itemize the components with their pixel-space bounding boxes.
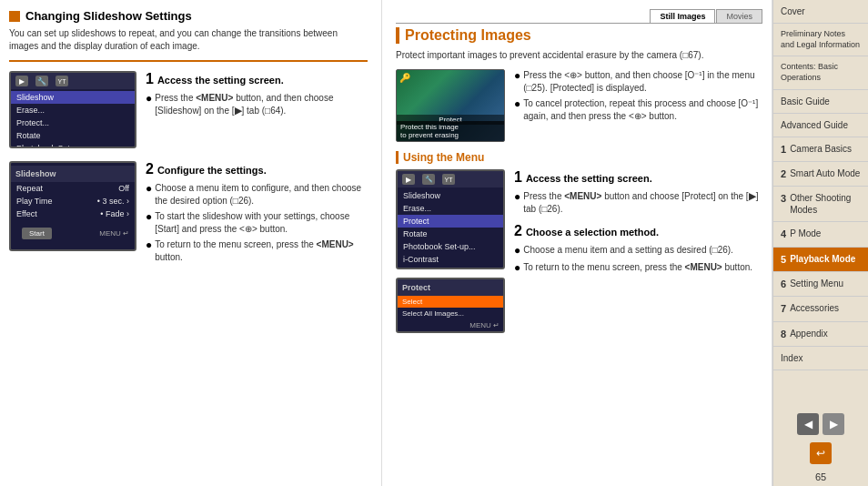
nav-home-button[interactable]: ↩ [810, 442, 832, 464]
protect-screen-1: ▶ 🔧 YT Slideshow Erase... Protect Rotate… [396, 169, 505, 269]
sidebar-item-playback[interactable]: 5 Playback Mode [773, 248, 868, 272]
repeat-label: Repeat [16, 184, 43, 193]
sidebar-advanced-guide-label: Advanced Guide [781, 120, 848, 130]
left-section: Changing Slideshow Settings You can set … [0, 0, 382, 486]
protect-desc-text: Protect important images to prevent acci… [396, 50, 703, 60]
protect-main-section: 🔑 Protect Protect this imageto prevent e… [396, 69, 762, 142]
using-menu-section: ▶ 🔧 YT Slideshow Erase... Protect Rotate… [396, 169, 762, 333]
sidebar-item-advanced-guide[interactable]: Advanced Guide [773, 114, 868, 137]
protect-bullets: ● Press the <⊕> button, and then choose … [514, 69, 762, 142]
sidebar-item-prelim[interactable]: Preliminary Notes and Legal Information [773, 24, 868, 56]
key-icon: 🔑 [399, 73, 410, 83]
sidebar-item-basic-guide[interactable]: Basic Guide [773, 90, 868, 114]
bullet-dot: ● [146, 91, 152, 117]
sidebar-setting-menu-label: Setting Menu [790, 278, 843, 289]
umstep2-title: Choose a selection method. [526, 227, 659, 238]
pscreen1-slideshow: Slideshow [398, 189, 503, 202]
pscreen2-select: Select [398, 296, 503, 308]
step2-bullet3-text: To return to the menu screen, press the … [155, 238, 368, 264]
protect-title: Protecting Images [405, 27, 762, 44]
sidebar-num-8: 8 [781, 328, 786, 340]
pscreen1-icontrast: i-Contrast [398, 253, 503, 266]
screen1-icon-play: ▶ [402, 174, 415, 185]
menu-item-slideshow: Slideshow [11, 91, 135, 104]
step2-number: 2 [146, 161, 154, 177]
section-heading: Changing Slideshow Settings [25, 9, 192, 23]
repeat-value: Off [118, 184, 129, 193]
sidebar-item-smart-auto[interactable]: 2 Smart Auto Mode [773, 162, 868, 187]
sidebar-item-index[interactable]: Index [773, 347, 868, 370]
screen2-menu-bar: Slideshow [11, 166, 135, 182]
bullet-dot-2: ● [146, 181, 152, 208]
sidebar-item-accessories[interactable]: 7 Accessories [773, 297, 868, 321]
sidebar: Cover Preliminary Notes and Legal Inform… [772, 0, 868, 486]
menu-bar: ▶ 🔧 YT [11, 73, 135, 89]
sidebar-item-appendix[interactable]: 8 Appendix [773, 322, 868, 347]
pscreen2-all: Select All Images... [398, 308, 503, 319]
sidebar-num-7: 7 [781, 302, 786, 315]
effect-value: • Fade › [100, 209, 129, 218]
menu-indicator: MENU ↵ [99, 229, 129, 238]
sidebar-item-p-mode[interactable]: 4 P Mode [773, 222, 868, 247]
effect-label: Effect [16, 209, 37, 218]
page-number: 65 [773, 468, 868, 486]
protect-bullet1: ● Press the <⊕> button, and then choose … [514, 69, 762, 95]
umstep1-number: 1 [514, 169, 522, 186]
sidebar-other-shooting-label: Other Shooting Modes [790, 192, 861, 216]
step1-bullet1: ● Press the <MENU> button, and then choo… [146, 92, 368, 117]
playtime-value: • 3 sec. › [97, 197, 129, 206]
step2-bullet2-text: To start the slideshow with your setting… [155, 210, 368, 236]
menu-item-erase: Erase... [11, 104, 135, 116]
sidebar-item-camera-basics[interactable]: 1 Camera Basics [773, 137, 868, 162]
umstep2-bullet1: ● Choose a menu item and a setting as de… [514, 244, 762, 258]
bullet-dot-um2b: ● [514, 260, 520, 276]
step2-bullet3: ● To return to the menu screen, press th… [146, 238, 368, 264]
tab-movies[interactable]: Movies [716, 9, 762, 23]
tab-still-images[interactable]: Still Images [650, 9, 715, 23]
menu-icon-yt: YT [56, 76, 68, 86]
section-title: Changing Slideshow Settings [9, 9, 368, 23]
step1-screen: ▶ 🔧 YT Slideshow Erase... Protect... Rot… [9, 71, 136, 154]
pscreen1-photobook: Photobook Set-up... [398, 240, 503, 253]
bullet-dot-p1: ● [514, 68, 520, 95]
right-section: Still Images Movies Protecting Images Pr… [382, 0, 772, 486]
umstep1-title-row: 1 Access the setting screen. [514, 169, 762, 187]
pscreen2-menu-row: MENU ↵ [398, 319, 503, 331]
sidebar-item-other-shooting[interactable]: 3 Other Shooting Modes [773, 187, 868, 222]
protect-description: Protect important images to prevent acci… [396, 49, 762, 62]
step1-right: 1 Access the setting screen. ● Press the… [146, 71, 368, 154]
using-menu-screens: ▶ 🔧 YT Slideshow Erase... Protect Rotate… [396, 169, 505, 333]
using-menu-label: Using the Menu [403, 151, 484, 164]
sidebar-item-cover[interactable]: Cover [773, 0, 868, 24]
start-button[interactable]: Start [22, 228, 52, 239]
nav-next-button[interactable]: ▶ [823, 413, 844, 435]
sidebar-index-label: Index [781, 353, 802, 363]
sidebar-accessories-label: Accessories [790, 302, 839, 314]
using-menu-title: Using the Menu [396, 151, 762, 164]
umstep2-number: 2 [514, 223, 522, 239]
bullet-dot-4: ● [146, 238, 152, 264]
sidebar-item-contents[interactable]: Contents: Basic Operations [773, 56, 868, 89]
protect-hint-overlay: Protect this imageto prevent erasing [397, 121, 504, 141]
step2-screen: Slideshow Repeat Off Play Time • 3 sec. … [9, 161, 136, 267]
sidebar-prelim-label: Preliminary Notes and Legal Information [781, 29, 860, 49]
menu-icon-settings: 🔧 [35, 76, 48, 86]
sidebar-num-6: 6 [781, 278, 786, 290]
nav-prev-button[interactable]: ◀ [797, 413, 819, 435]
screen-mockup-1: ▶ 🔧 YT Slideshow Erase... Protect... Rot… [9, 71, 136, 148]
umstep2-title-row: 2 Choose a selection method. [514, 223, 762, 241]
step2-right: 2 Configure the settings. ● Choose a men… [146, 161, 368, 267]
umstep1-title: Access the setting screen. [526, 173, 652, 184]
bullet-dot-p2: ● [514, 96, 520, 123]
menu-item-protect: Protect... [11, 116, 135, 129]
sidebar-item-setting-menu[interactable]: 6 Setting Menu [773, 272, 868, 297]
protect-image: 🔑 Protect Protect this imageto prevent e… [396, 69, 505, 142]
menu-list-1: Slideshow Erase... Protect... Rotate Pho… [11, 89, 135, 148]
pscreen2-title: Protect [402, 283, 430, 292]
step2-bullet1-text: Choose a menu item to configure, and the… [155, 182, 368, 208]
slideshow-row-playtime: Play Time • 3 sec. › [11, 195, 135, 208]
protect-screen2-bar: Protect [398, 279, 503, 296]
menu-item-rotate: Rotate [11, 129, 135, 142]
protect-screen-2: Protect Select Select All Images... MENU… [396, 278, 505, 333]
bullet-dot-um2a: ● [514, 243, 520, 258]
